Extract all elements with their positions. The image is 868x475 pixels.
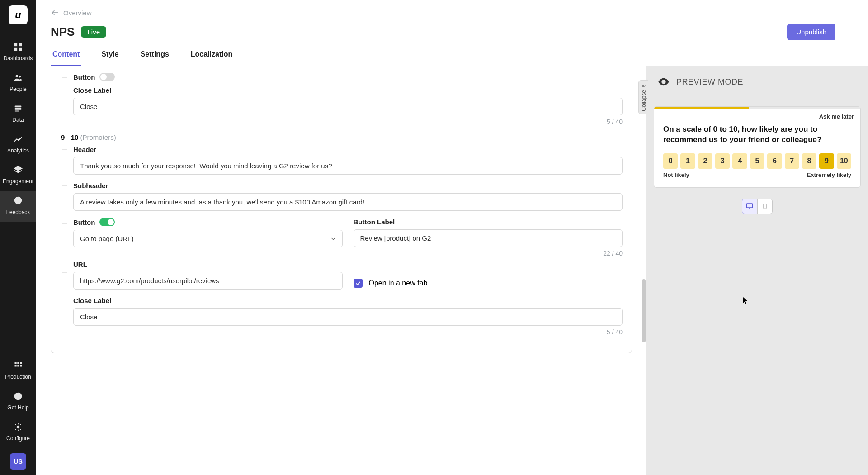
avatar[interactable]: US — [10, 453, 26, 470]
sidebar-item-feedback[interactable]: Feedback — [0, 191, 36, 222]
svg-rect-18 — [17, 365, 19, 366]
cursor-icon — [743, 297, 749, 304]
collapse-icon: ≡› — [642, 83, 646, 88]
unpublish-button[interactable]: Unpublish — [787, 24, 835, 40]
score-3[interactable]: 3 — [715, 153, 730, 169]
collapse-label: Collapse — [641, 90, 647, 111]
score-high-label: Extremely likely — [807, 171, 851, 178]
url-input[interactable] — [73, 272, 343, 290]
tab-settings[interactable]: Settings — [139, 50, 171, 66]
score-0[interactable]: 0 — [663, 153, 678, 169]
tab-content[interactable]: Content — [51, 50, 81, 66]
sidebar-item-label: Production — [5, 374, 31, 380]
score-9[interactable]: 9 — [819, 153, 834, 169]
sidebar-item-label: People — [9, 86, 26, 92]
preview-stage: Ask me later On a scale of 0 to 10, how … — [646, 97, 868, 475]
svg-point-12 — [18, 200, 19, 201]
tabs: Content Style Settings Localization — [51, 50, 854, 66]
svg-rect-6 — [15, 106, 22, 108]
mobile-icon — [762, 202, 768, 210]
score-8[interactable]: 8 — [802, 153, 816, 169]
sidebar-item-label: Analytics — [7, 147, 29, 154]
button-toggle-off[interactable] — [99, 73, 115, 81]
svg-point-11 — [16, 200, 17, 201]
svg-rect-7 — [15, 108, 22, 110]
score-10[interactable]: 10 — [837, 153, 851, 169]
score-2[interactable]: 2 — [698, 153, 712, 169]
score-7[interactable]: 7 — [785, 153, 799, 169]
sidebar-item-analytics[interactable]: Analytics — [0, 129, 36, 160]
score-4[interactable]: 4 — [732, 153, 747, 169]
header-label: Header — [73, 146, 623, 153]
collapse-tab[interactable]: ≡› Collapse — [638, 80, 648, 114]
tab-localization[interactable]: Localization — [189, 50, 234, 66]
form-panel: Button Close Label 5 / 40 9 - 10 (Promot… — [36, 66, 646, 475]
subheader-label: Subheader — [73, 182, 623, 190]
score-5[interactable]: 5 — [750, 153, 764, 169]
device-toggle — [654, 199, 861, 214]
char-counter: 22 / 40 — [354, 250, 623, 257]
device-mobile-button[interactable] — [757, 199, 773, 214]
tab-style[interactable]: Style — [99, 50, 120, 66]
score-1[interactable]: 1 — [680, 153, 695, 169]
svg-rect-0 — [14, 43, 17, 46]
eye-icon — [657, 76, 670, 88]
desktop-icon — [745, 202, 754, 210]
scrollbar-thumb[interactable] — [642, 279, 646, 342]
svg-rect-1 — [19, 43, 22, 46]
sidebar-item-data[interactable]: Data — [0, 99, 36, 129]
sidebar-item-label: Configure — [6, 435, 30, 442]
chat-icon — [13, 195, 24, 206]
sidebar-item-dashboards[interactable]: Dashboards — [0, 37, 36, 68]
preview-mode-label: PREVIEW MODE — [676, 77, 743, 87]
score-row: 0 1 2 3 4 5 6 7 8 9 10 — [654, 147, 860, 171]
layers-icon — [13, 165, 24, 176]
survey-question: On a scale of 0 to 10, how likely are yo… — [654, 120, 860, 147]
preview-header: PREVIEW MODE — [646, 66, 868, 97]
svg-rect-16 — [20, 362, 22, 364]
device-desktop-button[interactable] — [742, 199, 757, 214]
sidebar-item-production[interactable]: Production — [0, 356, 36, 386]
svg-rect-17 — [15, 365, 17, 366]
sidebar-item-configure[interactable]: Configure — [0, 417, 36, 448]
breadcrumb[interactable]: Overview — [51, 8, 854, 17]
svg-point-4 — [16, 75, 19, 78]
breadcrumb-label: Overview — [63, 9, 92, 17]
svg-point-5 — [19, 76, 21, 78]
close-label-title: Close Label — [73, 86, 623, 94]
grid-icon — [13, 42, 24, 52]
button-toggle-on[interactable] — [99, 218, 115, 226]
sidebar-item-help[interactable]: Get Help — [0, 386, 36, 417]
button-toggle-label: Button — [73, 73, 623, 81]
open-new-tab-label: Open in a new tab — [369, 279, 428, 287]
close-label-input[interactable] — [73, 98, 623, 115]
ask-later-link[interactable]: Ask me later — [819, 113, 854, 120]
svg-rect-15 — [17, 362, 19, 364]
svg-rect-2 — [14, 48, 17, 51]
main: Overview NPS Live Unpublish Content Styl… — [36, 0, 868, 475]
sidebar-item-label: Dashboards — [4, 55, 33, 62]
sidebar-item-label: Feedback — [6, 209, 30, 215]
close-label-input-2[interactable] — [73, 308, 623, 326]
url-label: URL — [73, 261, 623, 268]
sidebar-item-people[interactable]: People — [0, 68, 36, 99]
button-toggle-label-2: Button — [73, 218, 343, 226]
score-6[interactable]: 6 — [767, 153, 782, 169]
sidebar-item-engagement[interactable]: Engagement — [0, 160, 36, 191]
app-logo: u — [9, 5, 28, 24]
help-icon — [13, 391, 24, 402]
button-label-input[interactable] — [354, 229, 623, 247]
svg-rect-3 — [19, 48, 22, 51]
svg-point-21 — [18, 398, 18, 399]
open-new-tab-checkbox[interactable] — [354, 279, 363, 288]
svg-rect-14 — [15, 362, 17, 364]
svg-rect-8 — [15, 111, 19, 112]
button-action-select[interactable] — [73, 230, 343, 247]
people-icon — [13, 72, 24, 83]
section-title: 9 - 10 (Promoters) — [61, 133, 623, 141]
subheader-input[interactable] — [73, 193, 623, 211]
button-label-title: Button Label — [354, 218, 623, 226]
survey-card: Ask me later On a scale of 0 to 10, how … — [654, 106, 861, 188]
svg-rect-27 — [764, 204, 766, 209]
header-input[interactable] — [73, 157, 623, 175]
